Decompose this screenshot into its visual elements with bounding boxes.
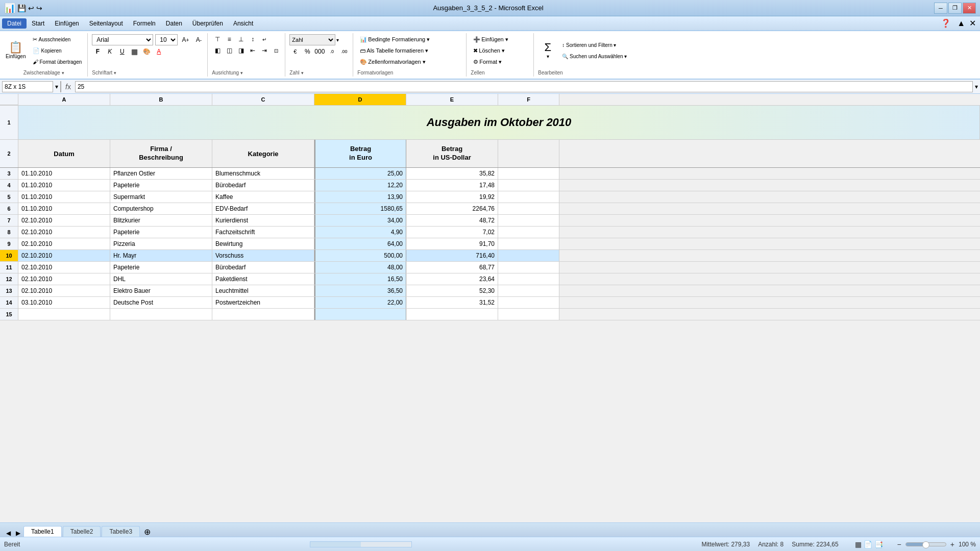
- row-header-8[interactable]: 8: [0, 227, 18, 238]
- cell-firma-11[interactable]: Papeterie: [110, 262, 212, 273]
- cell-kategorie-8[interactable]: Fachzeitschrift: [212, 227, 314, 238]
- cell-datum-14[interactable]: 03.10.2010: [18, 297, 110, 308]
- font-color-button[interactable]: A: [153, 46, 164, 57]
- menu-ansicht[interactable]: Ansicht: [228, 18, 258, 29]
- format-uebertragen-button[interactable]: 🖌 Format übertragen: [30, 57, 84, 67]
- menu-start[interactable]: Start: [27, 18, 50, 29]
- header-cell-betrag-euro[interactable]: Betragin Euro: [314, 140, 406, 167]
- cell-firma-3[interactable]: Pflanzen Ostler: [110, 168, 212, 179]
- cell-firma-12[interactable]: DHL: [110, 273, 212, 285]
- increase-indent-button[interactable]: ⇥: [259, 45, 270, 56]
- row-header-5[interactable]: 5: [0, 191, 18, 203]
- cell-betrag-euro-10[interactable]: 500,00: [314, 250, 406, 261]
- col-header-c[interactable]: C: [212, 94, 314, 105]
- row-header-10[interactable]: 10: [0, 250, 18, 261]
- col-header-a[interactable]: A: [18, 94, 110, 105]
- sortieren-button[interactable]: ↕ Sortieren und Filtern ▾: [559, 40, 629, 50]
- cell-betrag-usd-15[interactable]: [406, 309, 498, 320]
- cell-firma-13[interactable]: Elektro Bauer: [110, 285, 212, 296]
- cell-kategorie-10[interactable]: Vorschuss: [212, 250, 314, 261]
- cell-datum-6[interactable]: 01.10.2010: [18, 203, 110, 214]
- cell-firma-9[interactable]: Pizzeria: [110, 238, 212, 249]
- scroll-tabs-left[interactable]: ◀: [4, 530, 13, 537]
- col-header-f[interactable]: F: [498, 94, 559, 105]
- cell-reference-box[interactable]: [2, 81, 53, 92]
- align-middle-button[interactable]: ≡: [224, 34, 235, 44]
- cell-kategorie-9[interactable]: Bewirtung: [212, 238, 314, 249]
- header-cell-betrag-usd[interactable]: Betragin US-Dollar: [406, 140, 498, 167]
- cell-kategorie-3[interactable]: Blumenschmuck: [212, 168, 314, 179]
- bold-button[interactable]: F: [92, 46, 103, 57]
- cell-betrag-euro-9[interactable]: 64,00: [314, 238, 406, 249]
- cell-betrag-euro-15[interactable]: [314, 309, 406, 320]
- row-header-13[interactable]: 13: [0, 285, 18, 296]
- als-tabelle-button[interactable]: 🗃 Als Tabelle formatieren ▾: [357, 45, 432, 56]
- redo-icon[interactable]: ↪: [36, 4, 42, 12]
- number-format-selector[interactable]: Zahl: [289, 34, 335, 45]
- row-header-9[interactable]: 9: [0, 238, 18, 249]
- menu-datei[interactable]: Datei: [2, 18, 27, 29]
- cell-kategorie-5[interactable]: Kaffee: [212, 191, 314, 203]
- page-break-icon[interactable]: 📑: [874, 540, 883, 548]
- expand-formula-bar-button[interactable]: ▾: [975, 83, 978, 90]
- percent-button[interactable]: %: [302, 46, 313, 57]
- row-header-1[interactable]: 1: [0, 106, 18, 139]
- header-cell-firma[interactable]: Firma /Beschreibung: [110, 140, 212, 167]
- increase-font-button[interactable]: A+: [180, 35, 191, 45]
- ausschneiden-button[interactable]: ✂ Ausschneiden: [30, 34, 84, 44]
- cell-betrag-usd-14[interactable]: 31,52: [406, 297, 498, 308]
- decrease-decimal-button[interactable]: .0: [326, 46, 337, 57]
- einfuegen-button[interactable]: 📋 Einfügen: [3, 40, 28, 61]
- cell-betrag-euro-13[interactable]: 36,50: [314, 285, 406, 296]
- restore-button[interactable]: ❐: [948, 3, 962, 14]
- cell-datum-3[interactable]: 01.10.2010: [18, 168, 110, 179]
- cell-firma-5[interactable]: Supermarkt: [110, 191, 212, 203]
- menu-formeln[interactable]: Formeln: [128, 18, 161, 29]
- suchen-button[interactable]: 🔍 Suchen und Auswählen ▾: [559, 51, 629, 61]
- row-header-6[interactable]: 6: [0, 203, 18, 214]
- undo-icon[interactable]: ↩: [28, 4, 34, 12]
- minimize-button[interactable]: ─: [934, 3, 947, 14]
- scroll-tabs-right[interactable]: ▶: [14, 530, 22, 537]
- menu-daten[interactable]: Daten: [161, 18, 187, 29]
- cell-betrag-euro-7[interactable]: 34,00: [314, 215, 406, 226]
- col-header-b[interactable]: B: [110, 94, 212, 105]
- decrease-indent-button[interactable]: ⇤: [247, 45, 258, 56]
- thousands-button[interactable]: 000: [314, 46, 325, 57]
- cell-kategorie-14[interactable]: Postwertzeichen: [212, 297, 314, 308]
- cell-datum-11[interactable]: 02.10.2010: [18, 262, 110, 273]
- cell-betrag-euro-11[interactable]: 48,00: [314, 262, 406, 273]
- cell-firma-8[interactable]: Papeterie: [110, 227, 212, 238]
- currency-button[interactable]: €: [289, 46, 301, 57]
- zoom-out-button[interactable]: −: [895, 540, 903, 548]
- cell-betrag-usd-8[interactable]: 7,02: [406, 227, 498, 238]
- header-cell-datum[interactable]: Datum: [18, 140, 110, 167]
- underline-button[interactable]: U: [116, 46, 128, 57]
- cell-betrag-usd-3[interactable]: 35,82: [406, 168, 498, 179]
- cell-kategorie-11[interactable]: Bürobedarf: [212, 262, 314, 273]
- cell-firma-15[interactable]: [110, 309, 212, 320]
- cell-kategorie-6[interactable]: EDV-Bedarf: [212, 203, 314, 214]
- cell-betrag-usd-9[interactable]: 91,70: [406, 238, 498, 249]
- cell-firma-10[interactable]: Hr. Mayr: [110, 250, 212, 261]
- cell-firma-14[interactable]: Deutsche Post: [110, 297, 212, 308]
- row-header-3[interactable]: 3: [0, 168, 18, 179]
- cell-betrag-euro-8[interactable]: 4,90: [314, 227, 406, 238]
- help-icon[interactable]: ❓: [937, 18, 955, 28]
- normal-view-icon[interactable]: ▦: [855, 540, 862, 548]
- row-header-12[interactable]: 12: [0, 273, 18, 285]
- sheet-tab-tabelle3[interactable]: Tabelle3: [102, 526, 140, 537]
- quick-save-icon[interactable]: 💾: [17, 4, 26, 12]
- cell-kategorie-13[interactable]: Leuchtmittel: [212, 285, 314, 296]
- align-right-button[interactable]: ◨: [235, 45, 247, 56]
- minimize-ribbon-icon[interactable]: ▲: [955, 19, 967, 28]
- zoom-slider-thumb[interactable]: [922, 541, 929, 548]
- title-cell[interactable]: Ausgaben im Oktober 2010: [18, 106, 980, 139]
- row-header-15[interactable]: 15: [0, 309, 18, 320]
- page-layout-icon[interactable]: 📄: [864, 540, 872, 548]
- menu-ueberpruefen[interactable]: Überprüfen: [187, 18, 228, 29]
- cell-betrag-euro-3[interactable]: 25,00: [314, 168, 406, 179]
- align-left-button[interactable]: ◧: [212, 45, 223, 56]
- number-format-dropdown-icon[interactable]: ▾: [336, 37, 339, 43]
- sheet-tab-tabelle1[interactable]: Tabelle1: [23, 526, 62, 537]
